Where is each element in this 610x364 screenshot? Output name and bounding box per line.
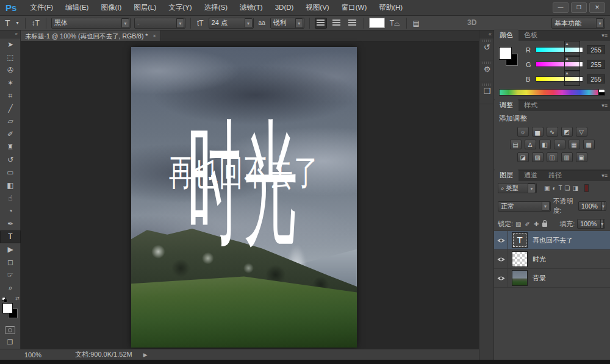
green-value-field[interactable]: 255 (587, 60, 605, 69)
filter-shape-layers-icon[interactable]: ❏ (565, 185, 570, 191)
layer-row-shiguang[interactable]: 时光 (494, 250, 610, 269)
align-right-button[interactable] (346, 18, 359, 29)
swap-colors-icon[interactable]: ⇄ (15, 296, 20, 301)
menu-edit[interactable]: 编辑(E) (59, 0, 95, 15)
panel-menu-icon[interactable]: ▾≡ (601, 32, 608, 38)
menu-file[interactable]: 文件(F) (24, 0, 59, 15)
marquee-tool[interactable]: ⬚ (0, 51, 21, 64)
lock-paint-icon[interactable]: ✐ (525, 221, 530, 227)
blend-mode-select[interactable]: 正常 ▾ (498, 201, 551, 212)
workspace-select[interactable]: 基本功能 ▾ (551, 18, 605, 29)
align-left-button[interactable] (315, 18, 327, 29)
menu-select[interactable]: 选择(S) (198, 0, 234, 15)
panel-menu-icon[interactable]: ▾≡ (601, 173, 608, 179)
font-style-select[interactable]: - ▾ (134, 18, 185, 29)
lasso-tool[interactable]: ✇ (0, 64, 21, 77)
history-panel-button[interactable]: ↺ (479, 40, 495, 60)
move-tool[interactable]: ➤ (0, 38, 21, 51)
foreground-color-swatch[interactable] (499, 47, 512, 60)
slider-thumb-icon[interactable]: ▲ (564, 70, 580, 86)
gradient-tool[interactable]: ◧ (0, 179, 21, 192)
filter-smart-objects-icon[interactable]: ◨ (573, 185, 578, 191)
align-center-button[interactable] (331, 18, 343, 29)
canvas[interactable]: 时光 再也回不去了 (131, 47, 357, 348)
selective-color-icon[interactable]: ▣ (576, 152, 587, 162)
hue-saturation-icon[interactable]: ▤ (510, 140, 522, 149)
magic-wand-tool[interactable]: ✶ (0, 77, 21, 90)
text-layer-thumbnail[interactable]: T (512, 232, 528, 248)
crop-tool[interactable]: ⌗ (0, 90, 21, 102)
blue-value-field[interactable]: 255 (587, 74, 605, 84)
menu-layer[interactable]: 图层(L) (127, 0, 162, 15)
color-balance-icon[interactable]: ∆ (525, 140, 536, 149)
menu-help[interactable]: 帮助(H) (373, 0, 409, 15)
channel-mixer-icon[interactable]: ▦ (569, 140, 580, 149)
panel-menu-icon[interactable]: ▾≡ (601, 102, 608, 109)
invert-icon[interactable]: ◪ (517, 152, 529, 162)
quick-mask-button[interactable] (5, 326, 15, 334)
tab-channels[interactable]: 通道 (518, 170, 543, 181)
layer-row-background[interactable]: 背景 (494, 269, 610, 288)
brush-tool[interactable]: ✐ (0, 128, 21, 141)
visibility-toggle[interactable] (494, 250, 508, 268)
foreground-color-swatch[interactable] (2, 303, 13, 313)
menu-window[interactable]: 窗口(W) (336, 0, 373, 15)
maximize-button[interactable]: ❐ (571, 2, 587, 13)
menu-image[interactable]: 图像(I) (95, 0, 127, 15)
tab-paths[interactable]: 路径 (543, 170, 567, 181)
tab-styles[interactable]: 样式 (518, 99, 543, 111)
tab-swatches[interactable]: 色板 (518, 29, 543, 41)
slider-thumb-icon[interactable]: ▲ (564, 41, 580, 57)
opacity-field[interactable]: 100% ▾ (578, 201, 606, 211)
filter-pixel-layers-icon[interactable]: ▣ (544, 185, 550, 191)
screen-mode-button[interactable]: ❐ (0, 338, 20, 346)
shape-tool[interactable]: ◻ (0, 256, 21, 269)
dodge-tool[interactable]: ◔ (0, 205, 21, 218)
type-tool[interactable]: T (0, 230, 21, 243)
vibrance-icon[interactable]: ▽ (576, 127, 587, 137)
menu-view[interactable]: 视图(V) (300, 0, 335, 15)
red-slider[interactable]: ▲ (536, 47, 583, 52)
default-colors-icon[interactable] (2, 297, 7, 302)
curves-icon[interactable]: ∿ (547, 127, 558, 137)
menu-filter[interactable]: 滤镜(T) (234, 0, 269, 15)
eyedropper-tool[interactable]: ╱ (0, 102, 21, 115)
pen-tool[interactable]: ✒ (0, 218, 21, 230)
tab-adjustments[interactable]: 调整 (494, 99, 518, 111)
threshold-icon[interactable]: ◫ (547, 152, 558, 162)
warp-text-icon[interactable]: T⌓ (389, 19, 401, 27)
lock-transparency-icon[interactable]: ▨ (515, 221, 521, 227)
filter-switch[interactable] (584, 184, 589, 192)
healing-brush-tool[interactable]: ▱ (0, 115, 21, 128)
toggle-panels-icon[interactable]: ▤ (412, 19, 421, 27)
minimize-button[interactable]: — (553, 2, 569, 13)
tools-collapse-button[interactable]: » (0, 30, 20, 38)
lock-position-icon[interactable]: ✚ (534, 221, 539, 227)
document-tab[interactable]: 未标题-1 @ 100% (再也回不去了, RGB/8) * × (21, 30, 161, 41)
type-tool-icon[interactable]: T (4, 18, 12, 28)
layer-name[interactable]: 时光 (533, 255, 546, 264)
filter-type-select[interactable]: ⌕ 类型 ▾ (498, 183, 537, 193)
tool-preset-arrow-icon[interactable]: ▾ (15, 20, 20, 26)
clone-stamp-tool[interactable]: ♜ (0, 141, 21, 154)
layer-row-text[interactable]: T 再也回不去了 (494, 231, 610, 250)
exposure-icon[interactable]: ◩ (561, 127, 573, 137)
history-brush-tool[interactable]: ↺ (0, 154, 21, 166)
hand-tool[interactable]: ☞ (0, 269, 21, 282)
background-layer-thumbnail[interactable] (512, 270, 528, 286)
text-orientation-icon[interactable]: ↕T (30, 19, 41, 27)
font-family-select[interactable]: 黑体 ▾ (51, 18, 131, 29)
anti-alias-select[interactable]: 锐利 ▾ (270, 18, 304, 29)
color-spectrum-bar[interactable] (499, 89, 598, 96)
red-value-field[interactable]: 255 (587, 45, 605, 54)
tab-close-icon[interactable]: × (152, 30, 156, 41)
brightness-contrast-icon[interactable]: ☼ (517, 127, 529, 137)
tab-layers[interactable]: 图层 (494, 170, 518, 181)
posterize-icon[interactable]: ▨ (532, 152, 544, 162)
eraser-tool[interactable]: ▭ (0, 166, 21, 179)
menu-3d[interactable]: 3D(D) (269, 0, 300, 15)
text-color-swatch[interactable] (369, 18, 385, 28)
black-white-icon[interactable]: ◧ (539, 140, 551, 149)
smudge-tool[interactable]: ☝ (0, 192, 21, 205)
color-lookup-icon[interactable]: ▩ (583, 140, 595, 149)
